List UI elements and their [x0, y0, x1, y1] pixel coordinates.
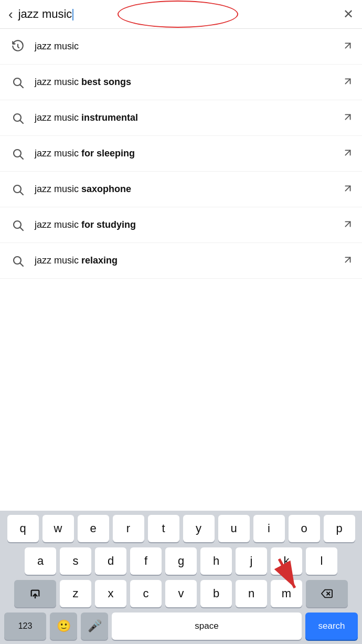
back-button[interactable]: ‹	[8, 6, 13, 23]
key-b[interactable]: b	[200, 580, 232, 607]
key-v[interactable]: v	[165, 580, 197, 607]
search-icon	[8, 73, 27, 92]
suggestion-item[interactable]: jazz music	[0, 29, 362, 65]
suggestion-fill-icon	[342, 183, 354, 196]
key-q[interactable]: q	[7, 515, 39, 542]
suggestion-text: jazz music saxophone	[35, 184, 342, 195]
search-icon	[8, 180, 27, 199]
svg-line-12	[345, 186, 350, 191]
key-d[interactable]: d	[95, 547, 126, 575]
key-s[interactable]: s	[60, 547, 91, 575]
suggestion-text: jazz music relaxing	[35, 255, 342, 266]
key-j[interactable]: j	[236, 547, 267, 575]
suggestion-fill-icon	[342, 76, 354, 89]
svg-line-9	[345, 150, 350, 155]
key-w[interactable]: w	[42, 515, 74, 542]
suggestion-fill-icon	[342, 147, 354, 161]
svg-line-11	[20, 192, 24, 195]
suggestion-text: jazz music best songs	[35, 77, 342, 88]
suggestion-fill-icon	[342, 111, 354, 125]
keyboard-row-2: asdfghjkl	[2, 547, 360, 575]
key-g[interactable]: g	[165, 547, 197, 575]
key-o[interactable]: o	[289, 515, 320, 542]
clear-button[interactable]: ✕	[343, 7, 354, 22]
history-icon	[8, 37, 27, 56]
keyboard-row-3: zxcvbnm	[2, 580, 360, 607]
suggestion-item[interactable]: jazz music saxophone	[0, 172, 362, 207]
key-y[interactable]: y	[183, 515, 215, 542]
key-r[interactable]: r	[113, 515, 144, 542]
svg-line-5	[20, 120, 24, 123]
key-e[interactable]: e	[78, 515, 109, 542]
svg-line-6	[345, 114, 350, 119]
keyboard-row-1: qwertyuiop	[2, 515, 360, 542]
search-input[interactable]: jazz music	[18, 5, 338, 23]
svg-line-8	[20, 156, 24, 159]
key-u[interactable]: u	[218, 515, 250, 542]
search-icon	[8, 109, 27, 128]
svg-line-3	[345, 79, 350, 83]
suggestion-fill-icon	[342, 254, 354, 268]
suggestion-item[interactable]: jazz music for studying	[0, 207, 362, 243]
suggestion-text: jazz music	[35, 41, 342, 52]
key-f[interactable]: f	[130, 547, 162, 575]
key-mic[interactable]: 🎤	[81, 613, 108, 640]
search-icon	[8, 144, 27, 163]
key-i[interactable]: i	[253, 515, 285, 542]
suggestion-fill-icon	[342, 218, 354, 232]
key-n[interactable]: n	[236, 580, 267, 607]
key-delete[interactable]	[306, 580, 348, 607]
key-emoji[interactable]: 🙂	[50, 613, 77, 640]
key-c[interactable]: c	[130, 580, 162, 607]
suggestion-text: jazz music for sleeping	[35, 148, 342, 159]
key-h[interactable]: h	[200, 547, 232, 575]
svg-line-2	[20, 85, 24, 88]
key-z[interactable]: z	[60, 580, 91, 607]
suggestion-text: jazz music instrumental	[35, 112, 342, 123]
suggestion-item[interactable]: jazz music for sleeping	[0, 136, 362, 172]
key-shift[interactable]	[14, 580, 56, 607]
suggestion-fill-icon	[342, 40, 354, 54]
svg-line-15	[345, 221, 350, 226]
key-t[interactable]: t	[148, 515, 179, 542]
suggestions-list: jazz music jazz music best songs jazz mu…	[0, 29, 362, 279]
search-bar: ‹ jazz music ✕	[0, 0, 362, 29]
key-x[interactable]: x	[95, 580, 126, 607]
key-l[interactable]: l	[306, 547, 337, 575]
key-a[interactable]: a	[25, 547, 56, 575]
keyboard: qwertyuiop asdfghjkl zxcvbnm 123 🙂 🎤 spa…	[0, 511, 362, 644]
svg-line-0	[345, 43, 350, 48]
suggestion-text: jazz music for studying	[35, 219, 342, 230]
search-icon	[8, 251, 27, 270]
search-input-wrapper: jazz music	[18, 5, 338, 23]
suggestion-item[interactable]: jazz music instrumental	[0, 100, 362, 136]
key-m[interactable]: m	[271, 580, 302, 607]
suggestion-item[interactable]: jazz music relaxing	[0, 243, 362, 279]
svg-line-14	[20, 227, 24, 230]
search-query-text: jazz music	[18, 7, 72, 20]
search-button[interactable]: search	[305, 613, 358, 640]
text-cursor	[72, 9, 73, 20]
keyboard-bottom-row: 123 🙂 🎤 space search	[2, 613, 360, 640]
svg-line-18	[345, 257, 350, 262]
key-space[interactable]: space	[112, 613, 302, 640]
key-p[interactable]: p	[324, 515, 355, 542]
key-k[interactable]: k	[271, 547, 302, 575]
search-icon	[8, 216, 27, 235]
svg-line-17	[20, 263, 24, 266]
suggestion-item[interactable]: jazz music best songs	[0, 65, 362, 100]
key-123[interactable]: 123	[4, 613, 46, 640]
